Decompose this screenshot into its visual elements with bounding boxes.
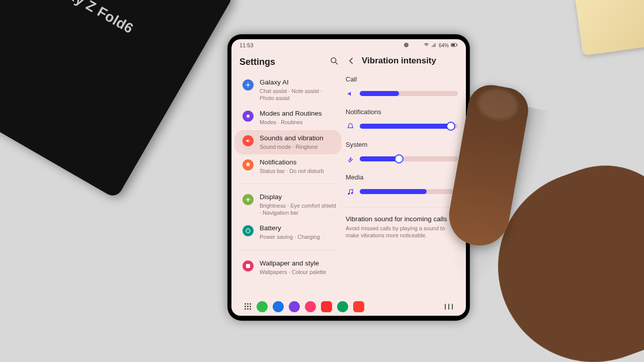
slider-media: Media [345, 173, 464, 197]
slider-label: System [346, 141, 458, 148]
taskbar [231, 298, 466, 316]
slider-label: Notifications [346, 108, 458, 116]
corner-logo [611, 334, 637, 354]
dock-app-2[interactable] [289, 301, 300, 312]
settings-item-icon [243, 225, 254, 236]
slider-track[interactable] [360, 153, 458, 164]
settings-title: Settings [239, 57, 275, 67]
svg-point-8 [246, 229, 250, 233]
settings-item-sub: Sound mode · Ringtone [260, 143, 337, 150]
settings-item-icon [243, 79, 254, 90]
settings-item-battery[interactable]: Battery Power saving · Charging [234, 220, 342, 244]
status-bar: 11:53 64% [231, 39, 466, 50]
battery-icon [451, 42, 458, 49]
option-sub: Avoid missed calls by playing a sound to… [346, 225, 458, 239]
settings-item-title: Sounds and vibration [260, 134, 337, 143]
wrench-icon [346, 155, 355, 163]
bell-icon [346, 123, 355, 130]
divider [239, 184, 337, 184]
dock-app-5[interactable] [337, 301, 348, 312]
settings-item-display[interactable]: Display Brightness · Eye comfort shield … [234, 189, 342, 220]
settings-item-title: Battery [260, 224, 337, 233]
svg-point-3 [331, 58, 336, 63]
volume-icon [346, 90, 355, 98]
settings-item-sub: Modes · Routines [260, 119, 337, 126]
screen: 11:53 64% Settings [231, 39, 466, 316]
slider-label: Media [346, 173, 458, 181]
settings-list-pane: Settings Galaxy AI Chat assist · Note as… [231, 50, 345, 298]
dock-app-6[interactable] [353, 301, 364, 312]
settings-item-icon [243, 111, 254, 122]
vibration-sound-option[interactable]: Vibration sound for incoming calls Avoid… [345, 215, 464, 239]
settings-item-sounds-and-vibration[interactable]: Sounds and vibration Sound mode · Ringto… [234, 130, 342, 154]
settings-item-title: Display [260, 193, 337, 202]
dock-app-4[interactable] [321, 301, 332, 312]
device-frame: 11:53 64% Settings [227, 34, 470, 321]
slider-call: Call [345, 75, 464, 99]
background-box: Galaxy Z Fold6 [0, 0, 234, 199]
status-battery: 64% [439, 43, 449, 48]
detail-pane: Vibration intensity Call Notifications S… [345, 50, 466, 298]
settings-item-icon [243, 260, 254, 272]
back-button[interactable] [346, 55, 357, 66]
wifi-icon [424, 42, 429, 49]
dock-app-1[interactable] [273, 301, 284, 312]
settings-item-title: Wallpaper and style [260, 259, 337, 268]
settings-item-notifications[interactable]: Notifications Status bar · Do not distur… [234, 154, 342, 178]
camera-hole [404, 43, 409, 47]
divider [346, 207, 463, 208]
settings-item-icon [243, 135, 254, 146]
box-label: Galaxy Z Fold6 [38, 0, 136, 37]
slider-notifications: Notifications [345, 108, 464, 132]
settings-item-sub: Power saving · Charging [260, 233, 337, 240]
status-time: 11:53 [239, 42, 254, 48]
settings-item-title: Galaxy AI [260, 78, 337, 87]
svg-point-7 [247, 198, 250, 201]
svg-rect-1 [452, 44, 455, 46]
signal-icon [431, 42, 437, 49]
settings-item-modes-and-routines[interactable]: Modes and Routines Modes · Routines [234, 106, 342, 130]
search-button[interactable] [330, 56, 339, 67]
settings-item-wallpaper-and-style[interactable]: Wallpaper and style Wallpapers · Colour … [234, 255, 342, 280]
svg-point-10 [348, 193, 350, 195]
svg-rect-2 [457, 44, 457, 45]
svg-point-6 [247, 115, 250, 118]
svg-rect-9 [246, 264, 250, 268]
dock-app-3[interactable] [305, 301, 316, 312]
slider-label: Call [346, 75, 458, 83]
svg-line-4 [336, 62, 338, 64]
settings-item-galaxy-ai[interactable]: Galaxy AI Chat assist · Note assist · Ph… [234, 74, 342, 106]
note-icon [346, 188, 355, 196]
settings-item-icon [243, 194, 254, 205]
app-drawer-button[interactable] [245, 303, 252, 310]
svg-point-11 [351, 192, 353, 194]
slider-track[interactable] [360, 121, 458, 132]
svg-point-5 [247, 84, 249, 86]
background-wood [575, 0, 644, 56]
dock-app-0[interactable] [257, 301, 268, 312]
settings-item-sub: Chat assist · Note assist · Photo assist [260, 87, 337, 102]
settings-item-icon [243, 159, 254, 170]
settings-item-sub: Brightness · Eye comfort shield · Naviga… [260, 202, 337, 217]
settings-item-title: Notifications [260, 158, 337, 167]
detail-title: Vibration intensity [362, 56, 436, 66]
slider-track[interactable] [360, 88, 458, 99]
divider [239, 250, 337, 250]
settings-item-title: Modes and Routines [260, 110, 337, 118]
settings-item-sub: Status bar · Do not disturb [260, 167, 337, 174]
recents-button[interactable] [445, 304, 453, 310]
status-right: 64% [424, 42, 458, 49]
settings-item-sub: Wallpapers · Colour palette [260, 268, 337, 276]
slider-track[interactable] [360, 186, 458, 197]
slider-system: System [345, 141, 464, 164]
option-title: Vibration sound for incoming calls [346, 215, 458, 224]
